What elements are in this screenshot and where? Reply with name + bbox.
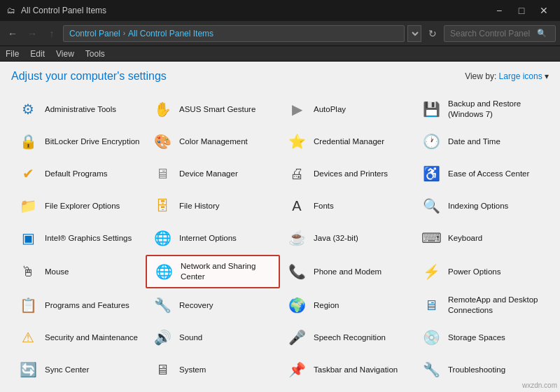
indexing-options-icon: 🔍 [420,195,442,217]
close-button[interactable]: ✕ [533,0,554,21]
color-management-icon: 🎨 [151,130,174,153]
device-manager-icon: 🖥 [151,162,174,185]
cp-item-windows-defender[interactable]: 🛡Windows Defender Firewall [146,386,280,392]
cp-item-programs-features[interactable]: 📋Programs and Features [11,290,146,321]
cp-item-internet-options[interactable]: 🌐Internet Options [146,223,280,253]
default-programs-icon: ✔ [17,162,39,185]
fonts-icon: A [286,195,308,217]
cp-item-recovery[interactable]: 🔧Recovery [146,290,280,321]
sound-icon: 🔊 [151,326,174,349]
asus-smart-gesture-icon: ✋ [151,98,174,120]
credential-manager-label: Credential Manager [314,136,384,147]
title-bar: 🗂 All Control Panel Items − □ ✕ [0,0,560,21]
file-explorer-icon: 📁 [17,195,39,217]
cp-item-java[interactable]: ☕Java (32-bit) [280,223,414,253]
file-history-label: File History [179,201,220,211]
cp-item-fonts[interactable]: AFonts [280,190,414,221]
window-icon: 🗂 [6,5,17,16]
cp-item-user-accounts[interactable]: 👤User Accounts [11,386,146,392]
autoplay-icon: ▶ [286,98,308,120]
minimize-button[interactable]: − [489,0,510,21]
cp-item-security-maintenance[interactable]: ⚠Security and Maintenance [11,322,146,353]
indexing-options-label: Indexing Options [448,201,508,211]
cp-item-date-time[interactable]: 🕐Date and Time [414,126,549,157]
cp-item-taskbar-navigation[interactable]: 📌Taskbar and Navigation [280,354,414,385]
cp-item-speech-recognition[interactable]: 🎤Speech Recognition [280,322,414,353]
maximize-button[interactable]: □ [511,0,532,21]
cp-item-troubleshooting[interactable]: 🔧Troubleshooting [414,354,549,385]
java-label: Java (32-bit) [314,233,358,244]
java-icon: ☕ [286,227,308,249]
system-icon: 🖥 [151,358,174,381]
menu-edit[interactable]: Edit [30,49,45,59]
cp-item-sync-center[interactable]: 🔄Sync Center [11,354,146,385]
region-icon: 🌍 [286,294,308,316]
internet-options-label: Internet Options [179,233,237,244]
view-by-label: View by: [465,71,496,81]
view-by-control[interactable]: View by: Large icons ▾ [465,71,549,81]
cp-item-indexing-options[interactable]: 🔍Indexing Options [414,190,549,221]
search-box[interactable]: 🔍 [444,25,556,42]
refresh-button[interactable]: ↻ [424,25,441,42]
cp-item-mouse[interactable]: 🖱Mouse [11,255,146,288]
search-icon: 🔍 [537,29,547,38]
cp-item-system[interactable]: 🖥System [146,354,280,385]
cp-item-remote-app[interactable]: 🖥RemoteApp and Desktop Connections [414,290,549,321]
cp-item-administrative-tools[interactable]: ⚙Administrative Tools [11,94,146,125]
cp-item-default-programs[interactable]: ✔Default Programs [11,158,146,189]
fonts-label: Fonts [314,201,334,211]
forward-button[interactable]: → [24,25,41,42]
cp-item-color-management[interactable]: 🎨Color Management [146,126,280,157]
main-content: Adjust your computer's settings View by:… [0,62,560,392]
cp-item-devices-printers[interactable]: 🖨Devices and Printers [280,158,414,189]
intel-graphics-label: Intel® Graphics Settings [45,233,132,244]
cp-item-region[interactable]: 🌍Region [280,290,414,321]
region-label: Region [314,300,339,311]
cp-item-phone-modem[interactable]: 📞Phone and Modem [280,255,414,288]
cp-item-ease-of-access[interactable]: ♿Ease of Access Center [414,158,549,189]
bitlocker-label: BitLocker Drive Encryption [45,136,140,147]
programs-features-label: Programs and Features [45,300,130,311]
administrative-tools-label: Administrative Tools [45,104,116,115]
sync-center-label: Sync Center [45,365,89,375]
troubleshooting-label: Troubleshooting [448,365,505,375]
view-by-value[interactable]: Large icons [499,71,542,81]
cp-item-backup-restore[interactable]: 💾Backup and Restore (Windows 7) [414,94,549,125]
page-title: Adjust your computer's settings [11,70,167,83]
cp-item-storage-spaces[interactable]: 💿Storage Spaces [414,322,549,353]
cp-item-network-sharing[interactable]: 🌐Network and Sharing Center [146,255,280,288]
date-time-label: Date and Time [448,136,500,147]
watermark: wxzdn.com [522,382,557,389]
taskbar-navigation-label: Taskbar and Navigation [314,365,398,375]
breadcrumb-control-panel: Control Panel [69,29,120,38]
up-button[interactable]: ↑ [43,25,60,42]
keyboard-label: Keyboard [448,233,482,244]
programs-features-icon: 📋 [17,294,39,316]
cp-item-sound[interactable]: 🔊Sound [146,322,280,353]
cp-item-intel-graphics[interactable]: ▣Intel® Graphics Settings [11,223,146,253]
cp-item-device-manager[interactable]: 🖥Device Manager [146,158,280,189]
back-button[interactable]: ← [4,25,21,42]
address-box[interactable]: Control Panel › All Control Panel Items [63,25,405,42]
cp-item-power-options[interactable]: ⚡Power Options [414,255,549,288]
menu-file[interactable]: File [6,49,19,59]
cp-item-file-history[interactable]: 🗄File History [146,190,280,221]
cp-item-bitlocker[interactable]: 🔒BitLocker Drive Encryption [11,126,146,157]
recovery-icon: 🔧 [151,294,174,316]
power-options-icon: ⚡ [420,260,442,283]
address-dropdown[interactable] [407,25,421,42]
cp-item-asus-smart-gesture[interactable]: ✋ASUS Smart Gesture [146,94,280,125]
cp-item-autoplay[interactable]: ▶AutoPlay [280,94,414,125]
menu-view[interactable]: View [56,49,74,59]
search-input[interactable] [450,29,534,38]
system-label: System [179,365,206,375]
network-sharing-label: Network and Sharing Center [181,261,273,282]
view-by-arrow: ▾ [545,71,549,81]
cp-item-credential-manager[interactable]: ⭐Credential Manager [280,126,414,157]
intel-graphics-icon: ▣ [17,227,39,249]
menu-tools[interactable]: Tools [85,49,105,59]
cp-item-file-explorer[interactable]: 📁File Explorer Options [11,190,146,221]
breadcrumb-all-items: All Control Panel Items [128,29,214,38]
cp-item-keyboard[interactable]: ⌨Keyboard [414,223,549,253]
cp-item-windows-mobility[interactable]: 💻Windows Mobility Center [280,386,414,392]
